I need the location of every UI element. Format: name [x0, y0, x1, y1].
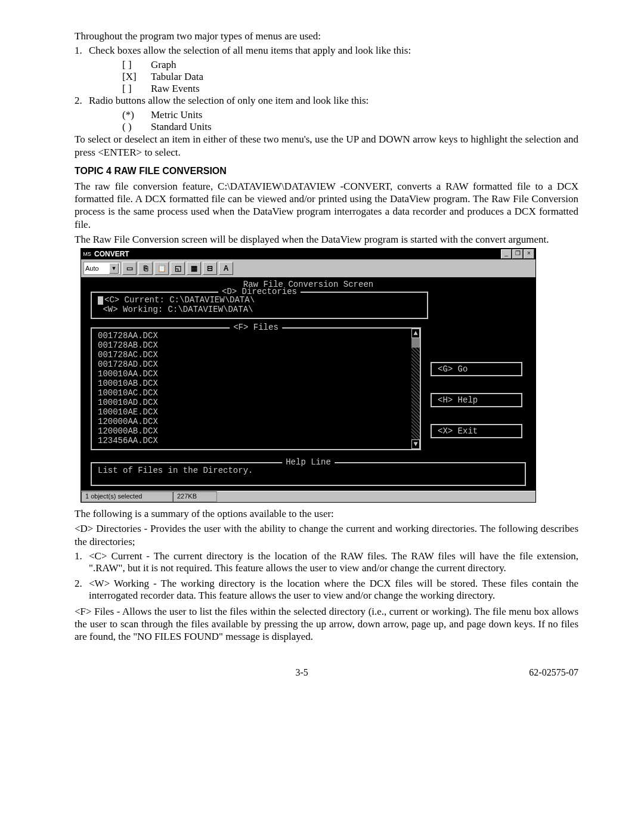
status-bar: 1 object(s) selected 227KB	[81, 491, 535, 502]
doc-number: 62-02575-07	[529, 667, 578, 678]
list-item[interactable]: 001728AB.DCX	[98, 340, 409, 350]
convert-window: MS CONVERT _ ❐ × Auto ▼ ▭ ⎘ 📋 ◱ ▦ ⊟ A Ra…	[80, 248, 536, 503]
page-number: 3-5	[75, 667, 529, 678]
status-objects: 1 object(s) selected	[81, 491, 173, 502]
help-button[interactable]: <H> Help	[431, 393, 522, 407]
radio-metric: (*)Metric Units	[122, 109, 578, 121]
status-blank	[217, 491, 535, 502]
list-item[interactable]: 120000AA.DCX	[98, 417, 409, 426]
scroll-thumb[interactable]	[411, 338, 420, 348]
toolbar-button[interactable]: ◱	[171, 262, 185, 275]
list-item[interactable]: 100010AD.DCX	[98, 398, 409, 407]
checkbox-raw-events: [ ]Raw Events	[122, 83, 578, 95]
files-box[interactable]: <F> Files 001728AA.DCX 001728AB.DCX 0017…	[91, 327, 421, 450]
working-dir[interactable]: <W> Working: C:\DATAVIEW\DATA\	[98, 305, 421, 314]
font-size-combo[interactable]: Auto ▼	[83, 262, 120, 275]
checkbox-tabular: [X]Tabular Data	[122, 71, 578, 83]
app-icon: MS	[82, 250, 92, 258]
files-legend: <F> Files	[230, 323, 282, 332]
toolbar-button[interactable]: ▭	[122, 262, 137, 275]
list-number: 2.	[75, 578, 89, 602]
toolbar-button[interactable]: ▦	[187, 262, 201, 275]
exit-button[interactable]: <X> Exit	[431, 424, 522, 438]
scroll-track[interactable]	[411, 348, 420, 439]
list-item-1: Check boxes allow the selection of all m…	[89, 45, 411, 57]
topic-heading: TOPIC 4 RAW FILE CONVERSION	[75, 166, 578, 176]
list-item[interactable]: 100010AE.DCX	[98, 407, 409, 417]
scroll-down-icon[interactable]: ▼	[411, 439, 420, 449]
list-item[interactable]: 001728AD.DCX	[98, 360, 409, 369]
scrollbar[interactable]: ▲ ▼	[411, 329, 420, 449]
dos-screen: Raw File Conversion Screen <D> Directori…	[81, 277, 535, 491]
raw-para-2: The Raw File Conversion screen will be d…	[75, 233, 578, 246]
opt-working: <W> Working - The working directory is t…	[89, 578, 578, 602]
list-item[interactable]: 001728AC.DCX	[98, 350, 409, 360]
opt-files: <F> Files - Allows the user to list the …	[75, 605, 578, 643]
list-item[interactable]: 100010AB.DCX	[98, 379, 409, 388]
title-bar: MS CONVERT _ ❐ ×	[81, 249, 535, 259]
maximize-button[interactable]: ❐	[512, 249, 523, 259]
list-item[interactable]: 123456AA.DCX	[98, 436, 409, 445]
directories-box[interactable]: <D> Directories <C> Current: C:\DATAVIEW…	[91, 292, 428, 319]
toolbar-button[interactable]: ⊟	[203, 262, 217, 275]
opt-current: <C> Current - The current directory is t…	[89, 550, 578, 574]
go-button[interactable]: <G> Go	[431, 362, 522, 376]
list-item[interactable]: 001728AA.DCX	[98, 331, 409, 340]
radio-standard: ( )Standard Units	[122, 121, 578, 133]
list-item[interactable]: 120000AB.DCX	[98, 426, 409, 436]
list-item[interactable]: 100010AC.DCX	[98, 388, 409, 398]
font-button[interactable]: A	[219, 262, 233, 275]
combo-value: Auto	[85, 265, 99, 272]
list-item[interactable]: 100010AA.DCX	[98, 369, 409, 379]
raw-para-1: The raw file conversion feature, C:\DATA…	[75, 180, 578, 231]
checkbox-graph: [ ]Graph	[122, 59, 578, 71]
list-number: 1.	[75, 45, 89, 57]
help-line-box: Help Line List of Files in the Directory…	[91, 462, 526, 486]
list-number: 2.	[75, 95, 89, 107]
minimize-button[interactable]: _	[501, 249, 512, 259]
help-line-text: List of Files in the Directory.	[98, 466, 519, 475]
chevron-down-icon[interactable]: ▼	[109, 263, 119, 274]
window-title: CONVERT	[94, 250, 500, 258]
toolbar: Auto ▼ ▭ ⎘ 📋 ◱ ▦ ⊟ A	[81, 259, 535, 277]
help-line-legend: Help Line	[282, 457, 335, 467]
paste-icon[interactable]: 📋	[154, 262, 169, 275]
directories-legend: <D> Directories	[218, 287, 301, 296]
opt-directories: <D> Directories - Provides the user with…	[75, 522, 578, 548]
intro-text: Throughout the program two major types o…	[75, 30, 578, 42]
screen-title: Raw File Conversion Screen	[81, 280, 535, 289]
cursor-icon	[98, 296, 103, 305]
select-instructions: To select or deselect an item in either …	[75, 133, 578, 159]
summary-intro: The following is a summary of the option…	[75, 507, 578, 520]
close-button[interactable]: ×	[524, 249, 534, 259]
copy-icon[interactable]: ⎘	[138, 262, 153, 275]
list-number: 1.	[75, 550, 89, 574]
file-list[interactable]: 001728AA.DCX 001728AB.DCX 001728AC.DCX 0…	[98, 331, 409, 445]
status-size: 227KB	[173, 491, 217, 502]
list-item-2: Radio buttons allow the selection of onl…	[89, 95, 369, 107]
scroll-up-icon[interactable]: ▲	[411, 329, 420, 338]
current-dir[interactable]: <C> Current: C:\DATAVIEW\DATA\	[98, 295, 421, 305]
